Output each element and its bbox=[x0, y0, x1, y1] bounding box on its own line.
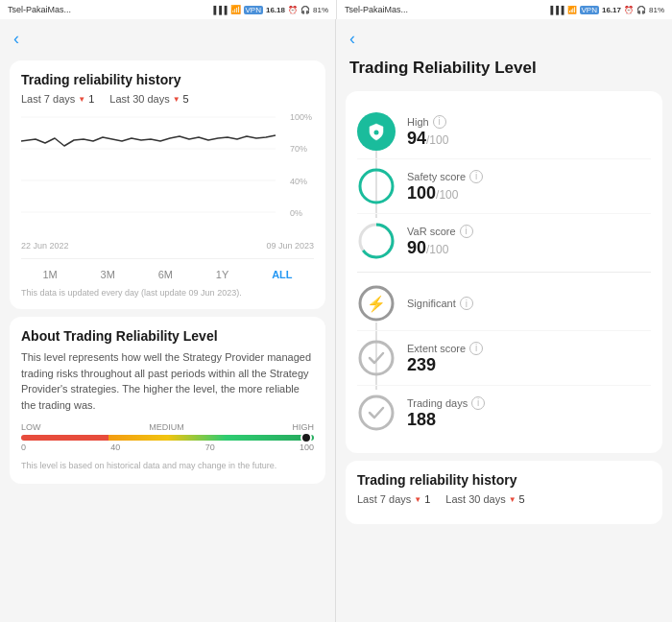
metric-info-high: High i 94/100 bbox=[407, 115, 651, 149]
history-period-30d: Last 30 days ▼ 5 bbox=[445, 493, 524, 505]
period-7d: Last 7 days ▼ 1 bbox=[21, 93, 94, 105]
metric-trading-days: Trading days i 188 bbox=[357, 386, 651, 440]
wifi-icon-right: 📶 bbox=[567, 6, 577, 14]
info-icon-var[interactable]: i bbox=[460, 225, 473, 238]
bar-dot bbox=[300, 432, 312, 443]
metric-label-trading-days: Trading days i bbox=[407, 396, 651, 410]
alarm-icon-right: ⏰ bbox=[624, 6, 634, 14]
metric-info-safety: Safety score i 100/100 bbox=[407, 170, 651, 203]
metric-safety: Safety score i 100/100 bbox=[357, 159, 651, 214]
vpn-badge-left: VPN bbox=[244, 6, 263, 14]
time-tabs: 1M 3M 6M 1Y ALL bbox=[21, 258, 314, 282]
time-left: 16.18 bbox=[266, 6, 285, 14]
metric-label-var: VaR score i bbox=[407, 225, 651, 238]
metric-icon-var bbox=[357, 222, 396, 260]
arrow-down-30d: ▼ bbox=[173, 95, 180, 104]
history-mini-card: Trading reliability history Last 7 days … bbox=[346, 461, 662, 524]
disclaimer: This level is based on historical data a… bbox=[21, 460, 314, 472]
metric-icon-trading-days bbox=[357, 394, 396, 432]
extent-icon bbox=[357, 339, 396, 377]
left-panel: Tsel-PakaiMas... ▐▐▐ 📶 VPN 16.18 ⏰ 🎧 81%… bbox=[0, 0, 336, 622]
back-button-left[interactable]: ‹ bbox=[0, 23, 335, 55]
about-text: This level represents how well the Strat… bbox=[21, 349, 314, 413]
metric-high: High i 94/100 bbox=[357, 105, 651, 159]
carrier-right: Tsel-PakaiMas... bbox=[345, 5, 408, 14]
metric-info-trading-days: Trading days i 188 bbox=[407, 396, 651, 430]
tab-1y[interactable]: 1Y bbox=[212, 267, 232, 282]
svg-point-11 bbox=[360, 396, 393, 429]
tab-all[interactable]: ALL bbox=[268, 267, 296, 282]
high-group: High i 94/100 bbox=[357, 105, 651, 268]
metric-label-high: High i bbox=[407, 115, 651, 129]
status-bar-right: Tsel-PakaiMas... ▐▐▐ 📶 VPN 16.17 ⏰ 🎧 81% bbox=[336, 0, 672, 19]
svg-text:⚡: ⚡ bbox=[367, 295, 386, 313]
tab-1m[interactable]: 1M bbox=[38, 267, 60, 282]
svg-point-5 bbox=[360, 170, 393, 203]
metric-info-significant: Significant i bbox=[407, 297, 651, 310]
metric-info-var: VaR score i 90/100 bbox=[407, 225, 651, 258]
metric-icon-significant: ⚡ bbox=[357, 284, 396, 323]
chart-y-labels: 100% 70% 40% 0% bbox=[290, 112, 312, 218]
significant-icon: ⚡ bbox=[357, 284, 396, 323]
history-arrow-7d: ▼ bbox=[414, 495, 421, 504]
metric-info-extent: Extent score i 239 bbox=[407, 342, 651, 375]
metric-significant: ⚡ Significant i bbox=[357, 276, 651, 331]
history-period-7d: Last 7 days ▼ 1 bbox=[357, 493, 430, 505]
history-arrow-30d: ▼ bbox=[509, 495, 516, 504]
vpn-badge-right: VPN bbox=[580, 6, 599, 14]
time-right: 16.17 bbox=[602, 6, 621, 14]
alarm-icon-left: ⏰ bbox=[288, 6, 298, 14]
shield-icon bbox=[367, 122, 386, 141]
svg-point-4 bbox=[374, 131, 379, 135]
reliability-level-card: High i 94/100 bbox=[346, 91, 662, 453]
chart-title: Trading reliability history bbox=[21, 72, 314, 87]
tab-3m[interactable]: 3M bbox=[97, 267, 119, 282]
metric-value-trading-days: 188 bbox=[407, 410, 651, 430]
period-row: Last 7 days ▼ 1 Last 30 days ▼ 5 bbox=[21, 93, 314, 105]
line-chart bbox=[21, 112, 295, 223]
bar-ticks: 0 40 70 100 bbox=[21, 443, 314, 452]
about-card: About Trading Reliability Level This lev… bbox=[10, 317, 325, 484]
info-icon-significant[interactable]: i bbox=[460, 297, 473, 310]
status-icons-left: ▐▐▐ 📶 VPN 16.18 ⏰ 🎧 81% bbox=[210, 5, 328, 14]
tab-6m[interactable]: 6M bbox=[155, 267, 177, 282]
metric-label-significant: Significant i bbox=[407, 297, 651, 310]
trading-days-icon bbox=[357, 394, 396, 432]
metric-icon-high bbox=[357, 112, 396, 151]
carrier-left: Tsel-PakaiMas... bbox=[8, 5, 71, 14]
bar-labels: LOW MEDIUM HIGH bbox=[21, 422, 314, 432]
metric-value-high: 94/100 bbox=[407, 129, 651, 149]
metric-extent: Extent score i 239 bbox=[357, 331, 651, 386]
period-30d: Last 30 days ▼ 5 bbox=[109, 93, 188, 105]
status-bar-left: Tsel-PakaiMas... ▐▐▐ 📶 VPN 16.18 ⏰ 🎧 81% bbox=[0, 0, 336, 19]
info-icon-safety[interactable]: i bbox=[469, 170, 483, 183]
metric-label-extent: Extent score i bbox=[407, 342, 651, 355]
update-note: This data is updated every day (last upd… bbox=[21, 288, 314, 298]
signal-icon-right: ▐▐▐ bbox=[547, 6, 564, 14]
metric-icon-safety bbox=[357, 167, 396, 205]
metric-value-var: 90/100 bbox=[407, 238, 651, 258]
battery-left: 81% bbox=[313, 6, 328, 14]
chart-area: 100% 70% 40% 0% bbox=[21, 112, 314, 237]
arrow-down-7d: ▼ bbox=[78, 95, 85, 104]
chart-dates: 22 Jun 2022 09 Jun 2023 bbox=[21, 241, 314, 251]
about-title: About Trading Reliability Level bbox=[21, 328, 314, 344]
chart-card: Trading reliability history Last 7 days … bbox=[10, 60, 325, 309]
var-circle-icon bbox=[357, 222, 396, 260]
info-icon-trading-days[interactable]: i bbox=[471, 396, 485, 410]
page-title: Trading Reliability Level bbox=[349, 59, 659, 78]
info-icon-high[interactable]: i bbox=[433, 115, 446, 129]
headphone-icon-right: 🎧 bbox=[636, 6, 646, 14]
page-title-area: Trading Reliability Level bbox=[336, 55, 672, 85]
back-button-right[interactable]: ‹ bbox=[336, 23, 672, 55]
significant-group: ⚡ Significant i bbox=[357, 276, 651, 440]
status-icons-right: ▐▐▐ 📶 VPN 16.17 ⏰ 🎧 81% bbox=[547, 6, 664, 14]
right-panel: Tsel-PakaiMas... ▐▐▐ 📶 VPN 16.17 ⏰ 🎧 81%… bbox=[336, 0, 672, 622]
signal-icon-left: ▐▐▐ bbox=[210, 6, 227, 14]
gradient-bar bbox=[21, 435, 314, 441]
metric-value-extent: 239 bbox=[407, 355, 651, 375]
info-icon-extent[interactable]: i bbox=[469, 342, 483, 355]
battery-right: 81% bbox=[649, 6, 664, 14]
reliability-bar-section: LOW MEDIUM HIGH 0 40 70 100 bbox=[21, 422, 314, 452]
metric-value-safety: 100/100 bbox=[407, 183, 651, 203]
